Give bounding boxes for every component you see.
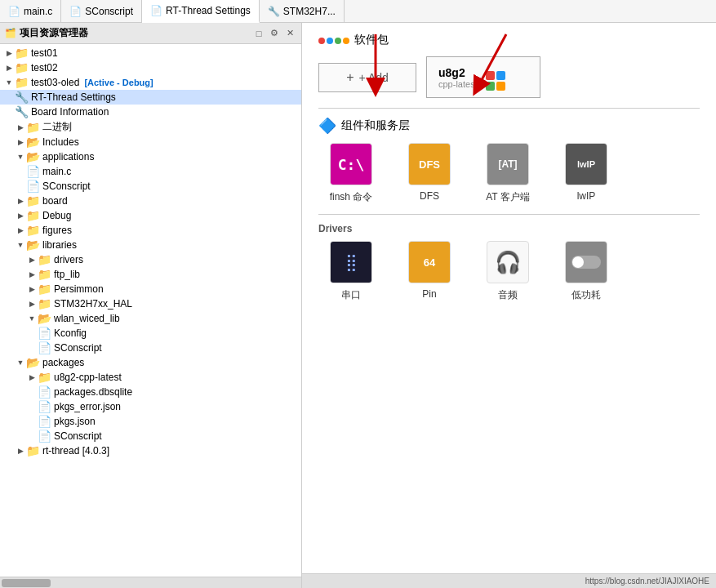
drivers-label: Drivers: [318, 223, 700, 234]
lwip-label: lwIP: [577, 190, 596, 202]
tree-item-includes[interactable]: ▶ 📂 Includes: [0, 135, 301, 149]
component-at[interactable]: [AT] AT 客户端: [475, 143, 540, 204]
component-lwip[interactable]: lwIP lwIP: [554, 143, 619, 204]
driver-lowpower[interactable]: 低功耗: [554, 241, 619, 302]
right-content: 软件包 + + Add u8g2 cpp-latest: [302, 23, 716, 573]
tree-item-persimmon[interactable]: ▶ 📁 Persimmon: [0, 282, 301, 296]
tree-item-sconscript-pkg[interactable]: 📄 SConscript: [0, 429, 301, 443]
tree-label-wlan: wlan_wiced_lib: [54, 313, 120, 324]
tree-item-packages[interactable]: ▼ 📂 packages: [0, 355, 301, 370]
status-url: https://blog.csdn.net/JIAJIXIAOHE: [585, 577, 709, 586]
tree-label-pkgs-json: pkgs.json: [54, 416, 96, 427]
arrow-libraries: ▼: [15, 241, 26, 249]
tree-item-main-c[interactable]: 📄 main.c: [0, 164, 301, 179]
tree-item-board[interactable]: ▶ 📁 board: [0, 194, 301, 208]
tree-item-board-info[interactable]: 🔧 Board Information: [0, 105, 301, 119]
includes-icon: 📂: [26, 136, 40, 149]
dfs-label: DFS: [420, 190, 439, 202]
script-file-icon: 📄: [26, 180, 40, 193]
tree-item-rt-settings[interactable]: 🔧 RT-Thread Settings: [0, 90, 301, 105]
lwip-icon-box: lwIP: [565, 143, 607, 185]
at-label: AT 客户端: [486, 190, 530, 204]
tree-item-test02[interactable]: ▶ 📁 test02: [0, 60, 301, 75]
tree-item-u8g2[interactable]: ▶ 📁 u8g2-cpp-latest: [0, 370, 301, 385]
arrow-u8g2: ▶: [26, 373, 38, 381]
software-section-label: 软件包: [354, 33, 389, 47]
tree-item-applications[interactable]: ▼ 📂 applications: [0, 149, 301, 164]
finsh-label: finsh 命令: [330, 190, 373, 204]
arrow-wlan: ▼: [26, 314, 38, 323]
minimize-icon[interactable]: □: [252, 27, 265, 40]
tree-item-stm32hal[interactable]: ▶ 📁 STM32H7xx_HAL: [0, 296, 301, 311]
tree-label-binary: 二进制: [42, 120, 72, 134]
status-bar: https://blog.csdn.net/JIAJIXIAOHE: [302, 573, 716, 588]
driver-audio[interactable]: 🎧 音频: [475, 241, 540, 302]
tree-item-pkgs-json[interactable]: 📄 pkgs.json: [0, 414, 301, 429]
tree-item-dbsqlite[interactable]: 📄 packages.dbsqlite: [0, 385, 301, 399]
tree-item-sconscript-app[interactable]: 📄 SConscript: [0, 179, 301, 194]
tree-label-main-c: main.c: [42, 166, 71, 177]
arrow-test02: ▶: [3, 64, 15, 72]
package-card-u8g2[interactable]: u8g2 cpp-latest: [426, 56, 540, 98]
arrow-persimmon: ▶: [26, 285, 38, 293]
pkg-version: cpp-latest: [438, 79, 478, 89]
tree-item-ftp-lib[interactable]: ▶ 📁 ftp_lib: [0, 267, 301, 282]
toggle-icon: [571, 256, 601, 269]
add-button-label: + Add: [359, 71, 389, 84]
json-file-icon: 📄: [38, 400, 51, 413]
close-icon[interactable]: ✕: [283, 27, 296, 40]
tree-item-pkgs-error[interactable]: 📄 pkgs_error.json: [0, 399, 301, 414]
tree-item-rt-thread[interactable]: ▶ 📁 rt-thread [4.0.3]: [0, 443, 301, 458]
db-file-icon: 📄: [38, 385, 51, 399]
tree-label-persimmon: Persimmon: [54, 283, 104, 295]
tree-item-test01[interactable]: ▶ 📁 test01: [0, 46, 301, 60]
file-icon: 📄: [38, 430, 51, 443]
driver-serial[interactable]: ⣿ 串口: [318, 241, 384, 302]
tab-sconscript[interactable]: 📄 SConscript: [61, 0, 142, 22]
add-package-button[interactable]: + + Add: [318, 63, 416, 92]
tree-label-test01: test01: [31, 47, 58, 59]
file-icon: 📄: [69, 6, 82, 17]
settings-icon[interactable]: ⚙: [268, 27, 281, 40]
tree-item-drivers[interactable]: ▶ 📁 drivers: [0, 252, 301, 267]
tree-item-kconfig[interactable]: 📄 Kconfig: [0, 326, 301, 341]
component-finsh[interactable]: C:\ finsh 命令: [318, 143, 384, 204]
tree-label-sconscript-wlan: SConscript: [54, 342, 102, 354]
tree-item-libraries[interactable]: ▼ 📂 libraries: [0, 238, 301, 252]
components-icon: 🔷: [318, 117, 336, 135]
folder-icon: 📁: [26, 194, 40, 207]
tree-label-includes: Includes: [42, 136, 79, 148]
component-dfs[interactable]: DFS DFS: [397, 143, 462, 204]
scrollbar-thumb[interactable]: [2, 579, 51, 587]
tree-label-rt-settings: RT-Thread Settings: [31, 91, 116, 103]
tab-label-rt-settings: RT-Thread Settings: [166, 5, 251, 16]
tab-main-c[interactable]: 📄 main.c: [0, 0, 61, 22]
arrow-figures: ▶: [15, 226, 26, 234]
tree-item-binary[interactable]: ▶ 📁 二进制: [0, 119, 301, 135]
tree-item-test03-oled[interactable]: ▼ 📁 test03-oled [Active - Debug]: [0, 75, 301, 90]
tree-item-sconscript-wlan[interactable]: 📄 SConscript: [0, 341, 301, 355]
at-icon-box: [AT]: [487, 143, 529, 185]
tree-label-drivers: drivers: [54, 254, 83, 265]
folder-open-icon: 📂: [26, 238, 40, 252]
tab-stm32h7[interactable]: 🔧 STM32H7...: [260, 0, 345, 22]
tab-rt-thread-settings[interactable]: 📄 RT-Thread Settings: [142, 0, 260, 23]
tree-item-wlan[interactable]: ▼ 📂 wlan_wiced_lib: [0, 311, 301, 326]
folder-icon: 📁: [26, 444, 40, 457]
file-icon: 📄: [150, 5, 162, 16]
tree-item-debug[interactable]: ▶ 📁 Debug: [0, 208, 301, 223]
folder-open-icon: 📂: [26, 356, 40, 369]
tree-item-figures[interactable]: ▶ 📁 figures: [0, 223, 301, 238]
tree-label-pkgs-error: pkgs_error.json: [54, 401, 121, 412]
driver-pin[interactable]: 64 Pin: [397, 241, 462, 302]
drivers-section: Drivers ⣿ 串口 64: [318, 223, 700, 302]
tree-label-stm32hal: STM32H7xx_HAL: [54, 298, 132, 310]
folder-icon: 📁: [38, 253, 51, 266]
tree-label-sconscript-pkg: SConscript: [54, 430, 102, 442]
horizontal-scrollbar[interactable]: [0, 577, 301, 588]
active-debug-badge: [Active - Debug]: [84, 78, 153, 87]
tree-label-kconfig: Kconfig: [54, 327, 87, 339]
cmd-icon: C:\: [331, 144, 371, 185]
pkg-info: u8g2 cpp-latest: [438, 66, 478, 89]
settings-file-icon: 🔧: [15, 91, 29, 104]
